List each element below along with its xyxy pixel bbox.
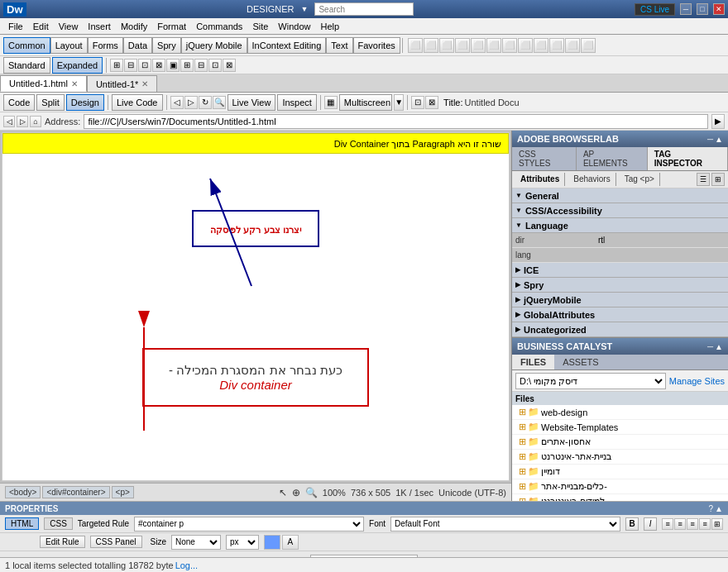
css-panel-btn[interactable]: CSS Panel xyxy=(90,536,142,548)
toolbar-tab-common[interactable]: Common xyxy=(3,37,50,54)
tag-div[interactable]: <div#container> xyxy=(42,486,109,498)
expanded-view-btn[interactable]: Expanded xyxy=(52,57,103,74)
panel-tab-css[interactable]: CSS STYLES xyxy=(512,147,577,170)
bc-tab-assets[interactable]: ASSETS xyxy=(554,355,606,369)
toolbar-icon-8[interactable]: ⬜ xyxy=(518,38,533,53)
ti-icon-1[interactable]: ☰ xyxy=(697,173,710,186)
bc-collapse-icon[interactable]: ─ xyxy=(707,342,713,351)
split-btn[interactable]: Split xyxy=(36,94,64,111)
view-icon-2[interactable]: ⊟ xyxy=(124,59,137,72)
design-btn[interactable]: Design xyxy=(66,94,104,111)
view-icon-6[interactable]: ⊞ xyxy=(180,59,194,72)
text-color-icon[interactable]: A xyxy=(282,535,299,550)
toolbar-tab-data[interactable]: Data xyxy=(123,37,152,54)
align-center-icon[interactable]: ≡ xyxy=(674,518,686,530)
toolbar-tab-spry[interactable]: Spry xyxy=(152,37,181,54)
menu-view[interactable]: View xyxy=(54,20,84,33)
view-icon-3[interactable]: ⊡ xyxy=(138,59,151,72)
address-go-icon[interactable]: ▶ xyxy=(711,114,725,129)
menu-insert[interactable]: Insert xyxy=(83,20,116,33)
toolbar-tab-jquery[interactable]: jQuery Mobile xyxy=(181,37,247,54)
doc-tab-close-1[interactable]: ✕ xyxy=(141,79,148,88)
bc-expand-icon[interactable]: ▲ xyxy=(715,342,723,351)
multiscreen-btn[interactable]: Multiscreen xyxy=(339,94,392,111)
toolbar-icon-1[interactable]: ⬜ xyxy=(408,38,423,53)
doc-tab-1[interactable]: Untitled-1* ✕ xyxy=(87,75,157,92)
inspect-icon[interactable]: 🔍 xyxy=(213,96,226,109)
toolbar-tab-forms[interactable]: Forms xyxy=(88,37,123,54)
panel-tab-tag[interactable]: TAG INSPECTOR xyxy=(648,147,728,170)
doc-tab-0[interactable]: Untitled-1.html ✕ xyxy=(0,75,87,92)
doc-tab-close-0[interactable]: ✕ xyxy=(71,79,78,88)
toolbar-tab-favorites[interactable]: Favorites xyxy=(353,37,400,54)
menu-file[interactable]: File xyxy=(3,20,28,33)
toolbar-icon-6[interactable]: ⬜ xyxy=(486,38,501,53)
view-icon-1[interactable]: ⊞ xyxy=(110,59,123,72)
align-right-icon[interactable]: ≡ xyxy=(687,518,698,530)
ti-section-css[interactable]: CSS/Accessibility xyxy=(512,203,728,218)
css-mode-btn[interactable]: CSS xyxy=(44,517,73,530)
props-help-icon[interactable]: ? xyxy=(709,504,714,513)
subtab-behaviors[interactable]: Behaviors xyxy=(568,173,615,186)
ti-section-language[interactable]: Language xyxy=(512,218,728,233)
menu-format[interactable]: Format xyxy=(152,20,191,33)
designer-dropdown-icon[interactable]: ▼ xyxy=(301,5,309,13)
props-expand-icon[interactable]: ▲ xyxy=(715,504,723,513)
toolbar-icon-7[interactable]: ⬜ xyxy=(502,38,517,53)
home-icon[interactable]: ⌂ xyxy=(30,116,41,127)
align-left-icon[interactable]: ≡ xyxy=(662,518,673,530)
view-icon-8[interactable]: ⊡ xyxy=(208,59,222,72)
preview2-icon[interactable]: ⊠ xyxy=(425,96,438,109)
multiscreen-dropdown-icon[interactable]: ▼ xyxy=(394,94,404,111)
toolbar-tab-incontext[interactable]: InContext Editing xyxy=(247,37,327,54)
nav-back-icon[interactable]: ◁ xyxy=(170,96,184,109)
view-icon-9[interactable]: ⊠ xyxy=(223,59,236,72)
inspect-btn[interactable]: Inspect xyxy=(277,94,316,111)
ti-section-jquery[interactable]: jQueryMobile xyxy=(512,293,728,307)
panel-collapse-icon[interactable]: ─ xyxy=(707,135,713,144)
live-code-btn[interactable]: Live Code xyxy=(112,94,163,111)
ti-section-global[interactable]: GlobalAttributes xyxy=(512,307,728,322)
align-justify-icon[interactable]: ≡ xyxy=(699,518,711,530)
menu-commands[interactable]: Commands xyxy=(191,20,247,33)
size-unit-select[interactable]: px xyxy=(226,535,259,550)
menu-site[interactable]: Site xyxy=(247,20,273,33)
subtab-attributes[interactable]: Attributes xyxy=(515,173,565,186)
manage-sites-link[interactable]: Manage Sites xyxy=(669,376,725,386)
tag-p[interactable]: <p> xyxy=(112,486,134,498)
search-input[interactable] xyxy=(314,2,414,16)
toolbar-icon-3[interactable]: ⬜ xyxy=(439,38,454,53)
view-icon-4[interactable]: ⊠ xyxy=(152,59,165,72)
toolbar-icon-10[interactable]: ⬜ xyxy=(549,38,564,53)
menu-window[interactable]: Window xyxy=(273,20,315,33)
view-icon-7[interactable]: ⊟ xyxy=(194,59,208,72)
close-button[interactable]: ✕ xyxy=(713,3,725,15)
minimize-button[interactable]: ─ xyxy=(680,3,692,15)
nav-back-icon2[interactable]: ◁ xyxy=(3,116,15,127)
toolbar-icon-2[interactable]: ⬜ xyxy=(424,38,438,53)
toolbar-icon-5[interactable]: ⬜ xyxy=(471,38,486,53)
ti-section-uncategorized[interactable]: Uncategorized xyxy=(512,322,728,337)
indent-icon[interactable]: ⊞ xyxy=(711,518,723,530)
italic-btn[interactable]: I xyxy=(644,517,657,531)
ti-section-spry[interactable]: Spry xyxy=(512,278,728,293)
targeted-rule-select[interactable]: #container p xyxy=(134,517,364,531)
live-view-btn[interactable]: Live View xyxy=(228,94,276,111)
menu-edit[interactable]: Edit xyxy=(28,20,54,33)
file-website-templates[interactable]: ⊞ 📁 Website-Templates xyxy=(512,420,728,435)
toolbar-tab-layout[interactable]: Layout xyxy=(50,37,88,54)
ti-section-general[interactable]: General xyxy=(512,188,728,203)
standard-view-btn[interactable]: Standard xyxy=(3,57,50,74)
maximize-button[interactable]: □ xyxy=(697,3,708,15)
edit-rule-btn[interactable]: Edit Rule xyxy=(40,536,85,548)
code-btn[interactable]: Code xyxy=(3,94,35,111)
toolbar-icon-9[interactable]: ⬜ xyxy=(534,38,548,53)
html-mode-btn[interactable]: HTML xyxy=(5,517,39,530)
ti-icon-2[interactable]: ⊞ xyxy=(711,173,725,186)
panel-expand-icon[interactable]: ▲ xyxy=(715,135,723,144)
bottom-status-log[interactable]: Log... xyxy=(175,560,199,570)
view-icon-5[interactable]: ▣ xyxy=(166,59,180,72)
bc-tab-files[interactable]: FILES xyxy=(512,355,554,369)
font-select[interactable]: Default Font xyxy=(390,517,620,531)
cs-live-button[interactable]: CS Live xyxy=(635,3,675,16)
